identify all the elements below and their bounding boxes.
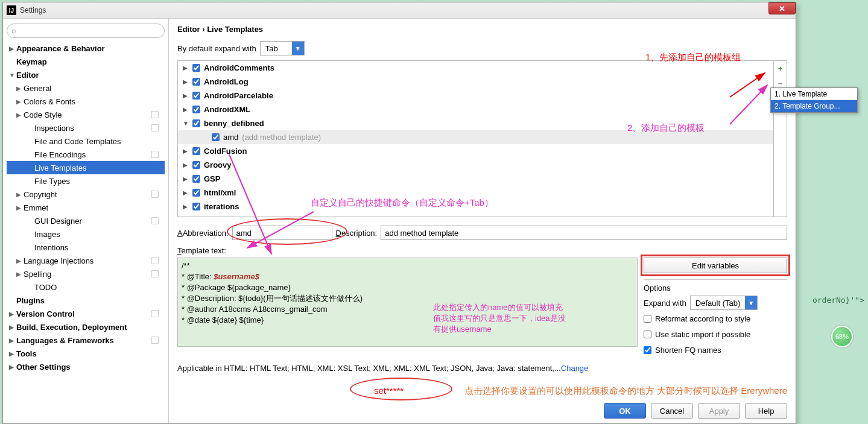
sidebar-item[interactable]: Emmet [7, 201, 165, 214]
group-checkbox[interactable] [192, 92, 200, 100]
template-group[interactable]: ▶iterations [178, 200, 773, 214]
window-title: Settings [20, 6, 46, 14]
titlebar: IJ Settings ✕ [3, 2, 796, 19]
group-checkbox[interactable] [192, 64, 200, 72]
settings-tree[interactable]: Appearance & BehaviorKeymapEditorGeneral… [7, 42, 165, 423]
annotation-ellipse-2 [350, 378, 452, 400]
template-group[interactable]: ▶AndroidLog [178, 75, 773, 89]
background-code-snippet: orderNo}'"> [813, 296, 864, 305]
template-group[interactable]: ▼benny_defibned [178, 116, 773, 130]
sidebar-item[interactable]: Plugins [7, 294, 165, 307]
shorten-fq-checkbox[interactable] [644, 346, 651, 354]
sidebar-item[interactable]: Tools [7, 347, 165, 360]
sidebar-item[interactable]: Colors & Fonts [7, 95, 165, 108]
template-group[interactable]: ▶AndroidParcelable [178, 89, 773, 103]
sidebar-item[interactable]: Languages & Frameworks [7, 334, 165, 347]
search-wrap: ⌕ [7, 24, 165, 38]
options-header: Options [644, 283, 787, 293]
chevron-down-icon: ▼ [745, 296, 757, 309]
template-group[interactable]: ▶ColdFusion [178, 144, 773, 158]
template-text-area[interactable]: /** * @Title: $username$ * @Package ${pa… [177, 258, 638, 347]
abbreviation-input[interactable] [232, 226, 332, 240]
abbrev-label: AAbbreviation: [177, 229, 229, 238]
sidebar-item[interactable]: TODO [7, 280, 165, 294]
change-link[interactable]: Change [561, 364, 589, 373]
sidebar-item[interactable]: Editor [7, 68, 165, 81]
add-button[interactable]: + [774, 61, 787, 76]
group-checkbox[interactable] [192, 119, 200, 127]
expand-with-label: Expand with [644, 299, 686, 308]
group-checkbox[interactable] [192, 106, 200, 113]
breadcrumb: Editor › Live Templates [177, 25, 787, 34]
sidebar-item[interactable]: Code Style [7, 108, 165, 121]
description-input[interactable] [381, 226, 787, 240]
group-checkbox[interactable] [192, 147, 200, 155]
reformat-checkbox[interactable] [644, 315, 651, 323]
sidebar-item[interactable]: Version Control [7, 307, 165, 320]
sidebar-item[interactable]: Build, Execution, Deployment [7, 320, 165, 334]
options-panel: Options Expand with Default (Tab)▼ Refor… [644, 279, 787, 356]
template-group[interactable]: ▶GSP [178, 172, 773, 186]
template-group[interactable]: ▶html/xml [178, 186, 773, 200]
sidebar-item[interactable]: File and Code Templates [7, 134, 165, 148]
edit-variables-button[interactable]: Edit variables [644, 258, 787, 273]
sidebar-item[interactable]: GUI Designer [7, 214, 165, 227]
chevron-down-icon: ▼ [292, 42, 304, 55]
desc-label: Description: [336, 229, 378, 238]
main-panel: Editor › Live Templates By default expan… [169, 19, 796, 423]
popup-item-live-template[interactable]: 1. Live Template [771, 88, 857, 100]
cancel-button[interactable]: Cancel [651, 403, 693, 419]
expand-with-select[interactable]: Default (Tab)▼ [690, 296, 758, 310]
template-group[interactable]: ▶AndroidXML [178, 103, 773, 116]
group-checkbox[interactable] [192, 175, 200, 183]
search-input[interactable] [7, 24, 165, 38]
sidebar-item[interactable]: Live Templates [7, 161, 165, 174]
apply-button[interactable]: Apply [698, 403, 740, 419]
sidebar-item[interactable]: Spelling [7, 267, 165, 280]
sidebar-item[interactable]: General [7, 81, 165, 95]
template-group[interactable]: ▶Groovy [178, 158, 773, 172]
annotation-text-5: set***** [374, 385, 404, 396]
group-checkbox[interactable] [212, 133, 220, 141]
template-group[interactable]: ▶AndroidComments [178, 61, 773, 75]
sidebar-item[interactable]: Copyright [7, 188, 165, 201]
group-checkbox[interactable] [192, 203, 200, 210]
sidebar-item[interactable]: File Types [7, 174, 165, 188]
close-button[interactable]: ✕ [768, 2, 796, 14]
expand-select[interactable]: Tab▼ [260, 41, 305, 55]
applicable-contexts: Applicable in HTML: HTML Text; HTML; XML… [177, 364, 787, 373]
ok-button[interactable]: OK [604, 403, 646, 419]
sidebar-item[interactable]: Other Settings [7, 360, 165, 373]
group-checkbox[interactable] [192, 161, 200, 169]
help-button[interactable]: Help [745, 403, 787, 419]
sidebar-item[interactable]: Images [7, 227, 165, 241]
popup-item-template-group[interactable]: 2. Template Group... [771, 100, 857, 112]
annotation-text-6: 点击选择你要设置的可以使用此模板命令的地方 大部分时候可以选择 Ererywhe… [464, 385, 787, 397]
static-import-checkbox[interactable] [644, 331, 651, 338]
search-icon: ⌕ [11, 26, 16, 35]
sidebar-item[interactable]: Inspections [7, 121, 165, 134]
template-groups-list[interactable]: ▶AndroidComments▶AndroidLog▶AndroidParce… [177, 60, 774, 217]
template-text-label: Template text: [177, 246, 787, 255]
add-popup-menu[interactable]: 1. Live Template 2. Template Group... [770, 87, 858, 113]
sidebar-item[interactable]: Language Injections [7, 254, 165, 267]
sidebar-item[interactable]: Keymap [7, 55, 165, 68]
sidebar: ⌕ Appearance & BehaviorKeymapEditorGener… [3, 19, 169, 423]
expand-label: By default expand with [177, 44, 256, 53]
sidebar-item[interactable]: File Encodings [7, 148, 165, 161]
dialog-footer: OK Cancel Apply Help [604, 403, 787, 419]
list-toolbar: + − ⧉ [774, 60, 787, 217]
sidebar-item[interactable]: Appearance & Behavior [7, 42, 165, 55]
settings-dialog: IJ Settings ✕ ⌕ Appearance & BehaviorKey… [2, 2, 796, 424]
template-item[interactable]: amd (add method template) [178, 130, 773, 144]
coverage-badge: 68% [831, 326, 853, 347]
group-checkbox[interactable] [192, 78, 200, 86]
sidebar-item[interactable]: Intentions [7, 241, 165, 254]
group-checkbox[interactable] [192, 189, 200, 197]
app-icon: IJ [7, 5, 16, 15]
